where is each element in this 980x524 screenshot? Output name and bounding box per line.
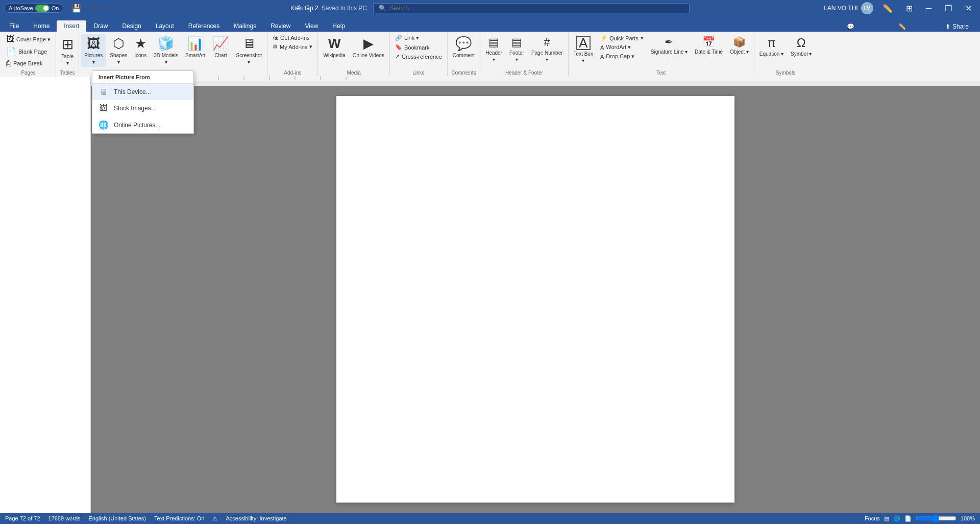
- view-normal-icon[interactable]: ▤: [884, 515, 889, 522]
- header-icon: ▤: [488, 36, 499, 49]
- view-print-icon[interactable]: 📄: [904, 515, 912, 522]
- editing-chevron-icon: ▾: [929, 23, 932, 30]
- footer-label: Footer: [509, 50, 524, 56]
- ribbon-group-pages: 🖼 Cover Page ▾ 📄 Blank Page ⎙ Page Break…: [1, 33, 56, 78]
- tab-layout[interactable]: Layout: [149, 20, 181, 32]
- tab-references[interactable]: References: [181, 20, 227, 32]
- 3d-models-button[interactable]: 🧊 3D Models ▾: [151, 34, 181, 67]
- online-pictures-icon: 🌐: [99, 120, 109, 130]
- tab-home[interactable]: Home: [26, 20, 57, 32]
- object-button[interactable]: 📦 Object ▾: [727, 34, 752, 57]
- addins-group-content: 🛍 Get Add-ins ⚙ My Add-ins ▾: [270, 34, 315, 69]
- text-small-col: ⚡ Quick Parts ▾ A WordArt ▾ A Drop Cap ▾: [597, 34, 647, 61]
- page-break-button[interactable]: ⎙ Page Break: [3, 58, 54, 69]
- view-web-icon[interactable]: 🌐: [893, 515, 900, 522]
- wordart-button[interactable]: A WordArt ▾: [597, 43, 647, 52]
- chart-button[interactable]: 📈 Chart: [209, 34, 232, 60]
- illustrations-group-content: 🖼 Pictures ▾ ⬡ Shapes ▾ ★ Icons 🧊 3D Mod…: [81, 34, 265, 69]
- header-footer-group-label: Header & Footer: [482, 69, 566, 77]
- text-box-button[interactable]: A Text Box ▾: [571, 34, 596, 65]
- page-number-button[interactable]: # Page Number ▾: [528, 34, 566, 64]
- dropdown-item-online-pictures[interactable]: 🌐 Online Pictures...: [92, 116, 193, 133]
- symbol-button[interactable]: Ω Symbol ▾: [788, 34, 815, 59]
- tab-draw[interactable]: Draw: [86, 20, 115, 32]
- wikipedia-button[interactable]: W Wikipedia: [320, 34, 348, 60]
- ribbon-group-header-footer: ▤ Header ▾ ▤ Footer ▾ # Page Number ▾ He…: [480, 33, 568, 78]
- icons-button[interactable]: ★ Icons: [131, 34, 150, 60]
- bookmark-button[interactable]: 🔖 Bookmark: [392, 43, 445, 52]
- date-time-button[interactable]: 📅 Date & Time: [692, 34, 726, 57]
- tab-mailings[interactable]: Mailings: [227, 20, 263, 32]
- autosave-badge[interactable]: AutoSave On: [4, 4, 63, 13]
- online-videos-label: Online Videos: [353, 53, 384, 58]
- tab-review[interactable]: Review: [263, 20, 298, 32]
- tables-group-label: Tables: [58, 69, 77, 77]
- equation-button[interactable]: π Equation ▾: [756, 34, 787, 59]
- restore-button[interactable]: ❐: [941, 2, 956, 15]
- tab-help[interactable]: Help: [325, 20, 352, 32]
- customize-button[interactable]: ▾: [113, 4, 120, 13]
- statusbar-left: Page 72 of 72 17689 words English (Unite…: [5, 515, 287, 522]
- comment-icon: 💬: [455, 36, 472, 52]
- wordart-icon: A: [600, 44, 604, 51]
- search-icon: 🔍: [379, 5, 386, 12]
- dropdown-item-this-device[interactable]: 🖥 This Device...: [92, 84, 193, 100]
- editing-button[interactable]: ✏️ Editing ▾: [894, 22, 936, 31]
- shapes-button[interactable]: ⬡ Shapes ▾: [107, 34, 130, 67]
- save-button[interactable]: 💾: [67, 2, 86, 15]
- text-box-icon: A: [576, 36, 591, 50]
- zoom-slider[interactable]: [916, 514, 957, 522]
- object-label: Object ▾: [730, 49, 749, 55]
- online-videos-button[interactable]: ▶ Online Videos: [350, 34, 387, 60]
- minimize-button[interactable]: ─: [922, 2, 936, 15]
- quick-parts-chevron: ▾: [641, 35, 644, 41]
- close-button[interactable]: ✕: [961, 2, 976, 15]
- cross-reference-label: Cross-reference: [402, 54, 442, 60]
- table-icon: ⊞: [62, 36, 74, 53]
- comment-button[interactable]: 💬 Comment: [450, 34, 478, 60]
- document-page: [336, 96, 734, 503]
- dropdown-item-stock-images[interactable]: 🖼 Stock Images...: [92, 100, 193, 116]
- pictures-button[interactable]: 🖼 Pictures ▾: [81, 34, 106, 67]
- cover-page-button[interactable]: 🖼 Cover Page ▾: [3, 34, 54, 45]
- language: English (United States): [89, 515, 146, 522]
- title-center: Kiến tập 2 Saved to this PC 🔍: [290, 3, 690, 13]
- header-button[interactable]: ▤ Header ▾: [482, 34, 505, 64]
- my-addins-button[interactable]: ⚙ My Add-ins ▾: [270, 42, 315, 51]
- smartart-icon: 📊: [187, 36, 204, 52]
- link-button[interactable]: 🔗 Link ▾: [392, 34, 445, 42]
- get-addins-button[interactable]: 🛍 Get Add-ins: [270, 34, 315, 42]
- signature-line-button[interactable]: ✒ Signature Line ▾: [648, 34, 691, 57]
- icons-icon: ★: [135, 36, 146, 52]
- search-input[interactable]: [389, 5, 684, 12]
- links-group-label: Links: [392, 69, 445, 77]
- tab-insert[interactable]: Insert: [57, 20, 86, 32]
- autosave-toggle[interactable]: [35, 5, 50, 12]
- equation-icon: π: [767, 36, 776, 50]
- blank-page-button[interactable]: 📄 Blank Page: [3, 45, 54, 57]
- undo-button[interactable]: ↩: [90, 3, 101, 14]
- comments-button[interactable]: 💬 Comments: [843, 22, 890, 31]
- screenshot-button[interactable]: 🖥 Screenshot ▾: [233, 34, 265, 67]
- search-box[interactable]: 🔍: [373, 3, 690, 13]
- smartart-button[interactable]: 📊 SmartArt: [182, 34, 208, 60]
- view-toggle-button[interactable]: ⊞: [902, 2, 917, 15]
- pen-icon-button[interactable]: ✏️: [878, 2, 897, 15]
- redo-button[interactable]: ↪: [102, 3, 112, 14]
- page-break-label: Page Break: [13, 60, 42, 66]
- editing-icon: ✏️: [898, 23, 906, 30]
- screenshot-label: Screenshot: [236, 53, 262, 58]
- tab-view[interactable]: View: [298, 20, 326, 32]
- share-button[interactable]: ⬆ Share: [940, 21, 974, 32]
- tab-design[interactable]: Design: [115, 20, 148, 32]
- drop-cap-button[interactable]: A Drop Cap ▾: [597, 52, 647, 61]
- cross-reference-button[interactable]: ↗ Cross-reference: [392, 52, 445, 61]
- table-button[interactable]: ⊞ Table ▾: [58, 34, 77, 68]
- my-addins-chevron: ▾: [309, 43, 312, 50]
- focus-button[interactable]: Focus: [865, 515, 880, 521]
- titlebar: AutoSave On 💾 ↩ ↪ ▾ Kiến tập 2 Saved to …: [0, 0, 980, 16]
- signature-line-label: Signature Line ▾: [651, 49, 688, 55]
- tab-file[interactable]: File: [2, 20, 26, 32]
- footer-button[interactable]: ▤ Footer ▾: [506, 34, 527, 64]
- quick-parts-button[interactable]: ⚡ Quick Parts ▾: [597, 34, 647, 42]
